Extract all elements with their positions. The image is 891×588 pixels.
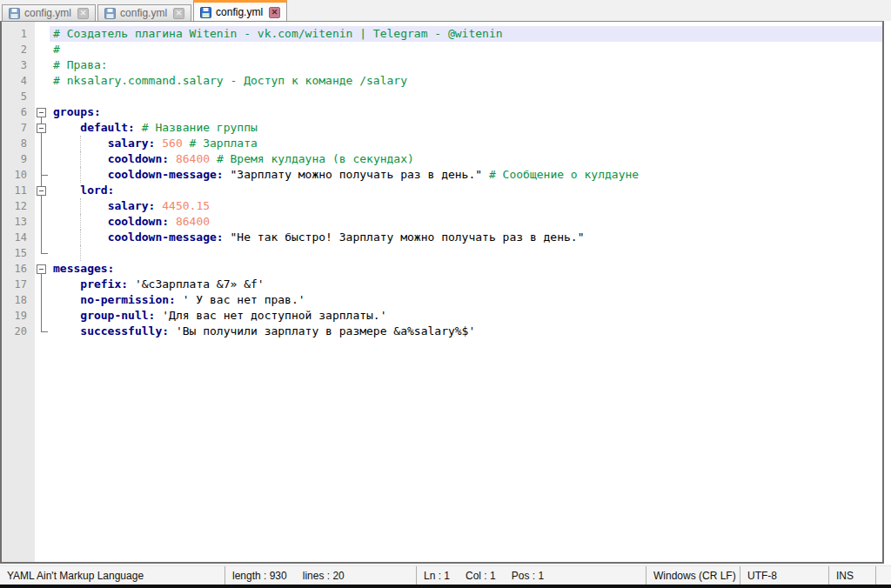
fold-marker[interactable] — [35, 120, 50, 136]
fold-guide — [35, 245, 50, 261]
line-number: 5 — [2, 89, 35, 104]
code-line: 10 cooldown-message: "Зарплату можно пол… — [2, 167, 882, 183]
window-bottom-edge — [0, 585, 891, 588]
code-token — [224, 168, 231, 181]
fold-guide — [35, 277, 50, 292]
code-token — [169, 324, 176, 337]
code-token: # Сообщение о кулдауне — [489, 168, 639, 181]
code-line: 6groups: — [2, 104, 882, 120]
code-token: cooldown-message: — [108, 168, 224, 181]
code-token — [183, 137, 190, 150]
fold-collapse-icon[interactable] — [37, 124, 46, 133]
code-text: default: # Название группы — [50, 120, 882, 136]
code-token: # Название группы — [142, 121, 258, 134]
code-lines: 1# Создатель плагина Witenin - vk.com/wi… — [2, 22, 882, 339]
code-text: cooldown: 86400 — [50, 214, 882, 230]
line-number: 6 — [2, 104, 35, 120]
indent-guide — [80, 214, 81, 230]
fold-end-tick — [41, 331, 48, 332]
code-line: 19 group-null: 'Для вас нет доступной за… — [2, 308, 882, 324]
fold-margin — [35, 73, 50, 89]
tab-close-icon[interactable]: ✕ — [269, 7, 280, 18]
tab-1[interactable]: config.yml✕ — [2, 4, 96, 21]
code-token — [53, 277, 80, 291]
code-token: # Создатель плагина Witenin - vk.com/wit… — [53, 27, 503, 40]
code-token: # Зарплата — [190, 137, 258, 150]
code-text: salary: 560 # Зарплата — [50, 136, 882, 151]
code-line: 8 salary: 560 # Зарплата — [2, 136, 882, 151]
line-number: 17 — [2, 277, 35, 292]
line-number: 20 — [2, 324, 35, 339]
status-insert-mode[interactable]: INS — [828, 566, 875, 585]
code-token — [128, 277, 135, 291]
code-token: '&cЗарплата &7» &f' — [135, 277, 265, 291]
code-text: # Создатель плагина Witenin - vk.com/wit… — [50, 26, 882, 42]
line-number: 8 — [2, 136, 35, 151]
fold-connector — [41, 308, 42, 324]
line-number: 14 — [2, 230, 35, 245]
code-line: 3# Права: — [2, 57, 882, 73]
code-token: groups: — [53, 105, 101, 118]
fold-collapse-icon[interactable] — [37, 264, 46, 274]
code-token: successfully: — [80, 324, 169, 337]
code-text: successfully: 'Вы получили зарплату в ра… — [50, 324, 882, 339]
insert-mode-label: INS — [836, 570, 854, 582]
fold-margin — [35, 57, 50, 73]
code-line: 9 cooldown: 86400 # Время кулдауна (в се… — [2, 151, 882, 167]
line-number: 13 — [2, 214, 35, 230]
code-text: lord: — [50, 183, 882, 198]
code-token — [53, 324, 80, 337]
column-indicator: Col : 1 — [466, 570, 496, 582]
fold-connector — [41, 230, 42, 245]
code-text — [50, 245, 882, 261]
code-token: "Не так быстро! Зарплату можно получать … — [231, 231, 585, 244]
code-token: no-permission: — [80, 293, 176, 306]
code-text — [50, 89, 882, 104]
fold-marker[interactable] — [35, 183, 50, 198]
tab-3[interactable]: config.yml✕ — [193, 0, 287, 21]
code-token: 'Вы получили зарплату в размере &a%salar… — [176, 324, 475, 337]
code-token — [53, 184, 80, 197]
code-text: # nksalary.command.salary - Доступ к ком… — [50, 73, 882, 89]
code-line: 16messages: — [2, 261, 882, 277]
code-line: 5 — [2, 89, 882, 104]
fold-marker[interactable] — [35, 261, 50, 277]
status-doc-type: YAML Ain't Markup Language — [0, 566, 224, 585]
code-token: lord: — [80, 184, 114, 197]
length-label: length : 930 — [232, 570, 287, 582]
fold-connector — [41, 136, 42, 151]
code-line: 15 — [2, 245, 882, 261]
code-token: ' У вас нет прав.' — [183, 293, 305, 306]
code-token: 86400 — [176, 152, 210, 165]
fold-collapse-icon[interactable] — [37, 186, 46, 196]
code-token: 4450.15 — [162, 199, 210, 212]
code-token: messages: — [53, 262, 114, 275]
fold-guide — [35, 136, 50, 151]
fold-end-tick — [41, 253, 48, 254]
floppy-disk-icon — [9, 8, 20, 19]
tab-label: config.yml — [216, 6, 263, 19]
line-number: 2 — [2, 42, 35, 57]
code-token: 560 — [162, 137, 182, 150]
fold-collapse-icon[interactable] — [37, 108, 46, 117]
line-number: 1 — [2, 26, 35, 42]
tab-2[interactable]: config.yml✕ — [97, 4, 191, 21]
lines-label: lines : 20 — [303, 570, 345, 582]
tab-close-icon[interactable]: ✕ — [173, 8, 184, 19]
tab-bar: config.yml✕config.yml✕config.yml✕ — [0, 0, 891, 21]
code-token: 86400 — [176, 215, 210, 228]
fold-guide — [35, 167, 50, 183]
fold-marker[interactable] — [35, 104, 50, 120]
status-encoding: UTF-8 — [740, 566, 828, 585]
fold-margin — [35, 26, 50, 42]
code-token: # nksalary.command.salary - Доступ к ком… — [53, 74, 407, 87]
status-cursor-position: Ln : 1 Col : 1 Pos : 1 — [416, 566, 646, 585]
fold-guide — [35, 308, 50, 324]
code-token — [482, 168, 489, 181]
tab-close-icon[interactable]: ✕ — [77, 8, 89, 19]
editor-area[interactable]: 1# Создатель плагина Witenin - vk.com/wi… — [0, 21, 884, 564]
encoding-label: UTF-8 — [747, 570, 777, 582]
line-number: 16 — [2, 261, 35, 277]
line-number: 18 — [2, 292, 35, 308]
code-token: cooldown: — [108, 152, 169, 165]
